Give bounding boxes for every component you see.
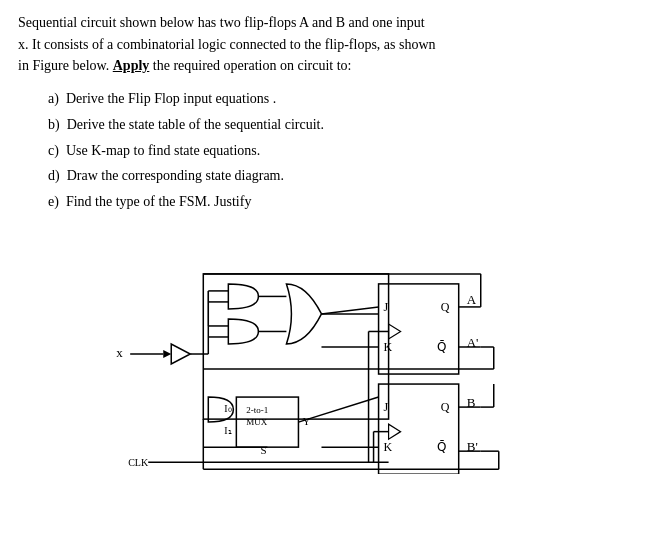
task-list: a) Derive the Flip Flop input equations … <box>48 87 649 214</box>
problem-line1: Sequential circuit shown below has two f… <box>18 15 425 30</box>
svg-line-13 <box>321 307 378 314</box>
mux-label: 2-to-1 <box>246 405 268 415</box>
x-label: x <box>116 345 123 360</box>
ffa-k-label: K <box>384 340 393 354</box>
task-d: d) Draw the corresponding state diagram. <box>48 164 649 188</box>
ff-b-box <box>379 384 459 474</box>
ffb-q-label: Q <box>441 400 450 414</box>
ffb-clk-triangle <box>389 424 401 439</box>
task-e: e) Find the type of the FSM. Justify <box>48 190 649 214</box>
problem-line2: x. It consists of a combinatorial logic … <box>18 37 436 52</box>
ffb-qbar-label: Q̄ <box>437 440 446 454</box>
circuit-svg: x <box>18 224 649 474</box>
ffb-k-label: K <box>384 440 393 454</box>
problem-statement: Sequential circuit shown below has two f… <box>18 12 649 77</box>
ffa-j-label: J <box>384 300 389 314</box>
ffa-clk-triangle <box>389 324 401 339</box>
ffa-a-label: A <box>467 292 477 307</box>
and-gate-1 <box>228 284 258 309</box>
task-a: a) Derive the Flip Flop input equations … <box>48 87 649 111</box>
x-arrow <box>163 350 171 358</box>
task-c: c) Use K-map to find state equations. <box>48 139 649 163</box>
problem-line3-post: the required operation on circuit to: <box>149 58 351 73</box>
mux-i0-label: I₀ <box>224 403 231 414</box>
ffb-j-label: J <box>384 400 389 414</box>
mux-label2: MUX <box>246 417 268 427</box>
clk-label: CLK <box>128 457 149 468</box>
buffer-gate <box>171 344 190 364</box>
circuit-diagram: x <box>18 224 649 474</box>
problem-line3-pre: in Figure below. <box>18 58 113 73</box>
mux-i1-label: I₁ <box>224 425 231 436</box>
and-gate-2 <box>228 319 258 344</box>
mux-s-label: S <box>260 444 266 456</box>
ffa-q-label: Q <box>441 300 450 314</box>
ffa-qbar-label: Q̄ <box>437 340 446 354</box>
or-gate <box>286 284 321 344</box>
apply-text: Apply <box>113 58 150 73</box>
ff-a-box <box>379 284 459 374</box>
task-b: b) Derive the state table of the sequent… <box>48 113 649 137</box>
